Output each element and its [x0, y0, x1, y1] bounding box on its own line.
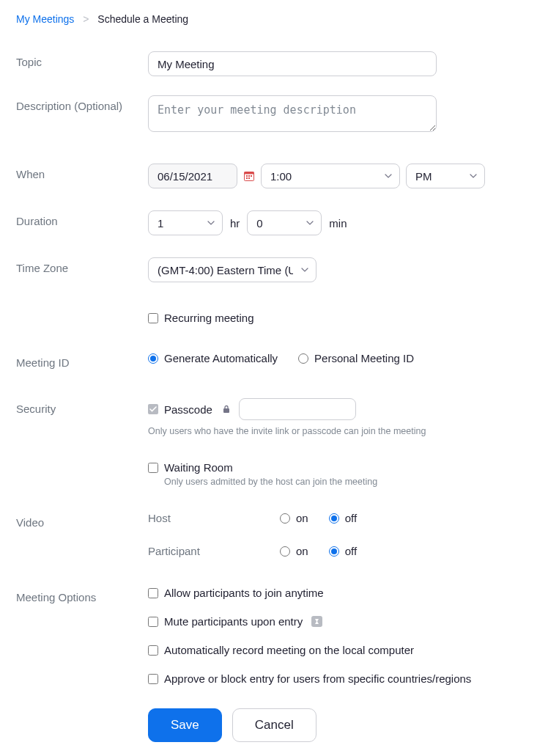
- duration-hr-select[interactable]: 1: [148, 210, 223, 235]
- description-textarea[interactable]: [148, 95, 437, 132]
- svg-rect-3: [248, 175, 250, 177]
- radio-host-on[interactable]: on: [280, 512, 308, 524]
- opt-mute-entry-checkbox[interactable]: [148, 617, 158, 627]
- waiting-room-checkbox[interactable]: [148, 463, 158, 473]
- ampm-select[interactable]: PM: [406, 164, 485, 188]
- svg-rect-1: [245, 172, 254, 175]
- opt-allow-join-label: Allow participants to join anytime: [164, 587, 324, 599]
- radio-personal-id[interactable]: Personal Meeting ID: [298, 352, 414, 364]
- time-select[interactable]: 1:00: [261, 164, 400, 188]
- passcode-hint: Only users who have the invite link or p…: [148, 426, 543, 436]
- hr-unit: hr: [230, 217, 240, 230]
- radio-participant-on[interactable]: on: [280, 545, 308, 557]
- timezone-select-value: (GMT-4:00) Eastern Time (US a: [158, 264, 293, 276]
- opt-country-block-label: Approve or block entry for users from sp…: [164, 672, 471, 685]
- radio-icon: [298, 353, 308, 364]
- radio-icon: [329, 546, 339, 557]
- passcode-input[interactable]: [239, 398, 356, 420]
- waiting-room-label: Waiting Room: [164, 461, 233, 474]
- passcode-checkbox-wrap: Passcode: [148, 403, 230, 416]
- opt-allow-join-wrap[interactable]: Allow participants to join anytime: [148, 587, 543, 599]
- recurring-checkbox-wrap[interactable]: Recurring meeting: [148, 312, 543, 324]
- opt-country-block-wrap[interactable]: Approve or block entry for users from sp…: [148, 672, 543, 685]
- breadcrumb: My Meetings > Schedule a Meeting: [16, 13, 543, 25]
- label-description: Description (Optional): [16, 95, 148, 112]
- waiting-room-checkbox-wrap[interactable]: Waiting Room: [148, 461, 543, 474]
- radio-icon: [329, 513, 339, 524]
- svg-rect-7: [223, 408, 229, 413]
- cancel-button[interactable]: Cancel: [232, 708, 316, 742]
- label-meeting-options: Meeting Options: [16, 587, 148, 603]
- opt-auto-record-checkbox[interactable]: [148, 645, 158, 656]
- breadcrumb-parent-link[interactable]: My Meetings: [16, 13, 74, 25]
- opt-mute-entry-label: Mute participants upon entry: [164, 615, 303, 628]
- lock-icon: [223, 405, 230, 414]
- opt-auto-record-wrap[interactable]: Automatically record meeting on the loca…: [148, 644, 543, 656]
- chevron-down-icon: [470, 174, 477, 178]
- recurring-checkbox[interactable]: [148, 313, 158, 323]
- radio-personal-id-label: Personal Meeting ID: [314, 352, 414, 364]
- chevron-down-icon: [207, 221, 215, 225]
- label-video: Video: [16, 512, 148, 529]
- save-button[interactable]: Save: [148, 708, 222, 742]
- label-topic: Topic: [16, 51, 148, 68]
- radio-host-off-label: off: [345, 512, 357, 524]
- chevron-down-icon: [306, 221, 314, 225]
- radio-icon: [280, 546, 290, 557]
- chevron-down-icon: [385, 174, 392, 178]
- passcode-checkbox-disabled: [148, 404, 158, 414]
- calendar-icon[interactable]: [243, 170, 255, 182]
- topic-input[interactable]: [148, 51, 437, 76]
- label-when: When: [16, 164, 148, 180]
- passcode-label: Passcode: [164, 403, 212, 416]
- label-timezone: Time Zone: [16, 257, 148, 274]
- radio-generate-auto[interactable]: Generate Automatically: [148, 352, 278, 364]
- date-input[interactable]: [148, 164, 237, 188]
- svg-rect-2: [246, 175, 248, 177]
- label-duration: Duration: [16, 210, 148, 227]
- timezone-select[interactable]: (GMT-4:00) Eastern Time (US a: [148, 257, 316, 282]
- radio-participant-off-label: off: [345, 545, 357, 557]
- radio-host-on-label: on: [296, 512, 308, 524]
- svg-rect-5: [246, 177, 248, 179]
- recurring-label: Recurring meeting: [164, 312, 254, 324]
- label-video-participant: Participant: [148, 545, 280, 557]
- duration-min-select[interactable]: 0: [247, 210, 322, 235]
- label-video-host: Host: [148, 512, 280, 524]
- waiting-room-hint: Only users admitted by the host can join…: [164, 477, 543, 487]
- ampm-select-value: PM: [415, 170, 432, 183]
- radio-icon: [280, 513, 290, 524]
- radio-participant-off[interactable]: off: [329, 545, 357, 557]
- opt-country-block-checkbox[interactable]: [148, 674, 158, 684]
- chevron-down-icon: [301, 268, 308, 272]
- breadcrumb-current: Schedule a Meeting: [97, 13, 188, 25]
- breadcrumb-separator: >: [83, 13, 89, 25]
- min-unit: min: [329, 217, 347, 230]
- radio-participant-on-label: on: [296, 545, 308, 557]
- opt-allow-join-checkbox[interactable]: [148, 588, 158, 598]
- svg-rect-4: [251, 175, 252, 177]
- opt-mute-entry-wrap[interactable]: Mute participants upon entry: [148, 615, 543, 628]
- label-security: Security: [16, 398, 148, 415]
- svg-rect-6: [248, 177, 250, 179]
- label-meeting-id: Meeting ID: [16, 352, 148, 369]
- opt-auto-record-label: Automatically record meeting on the loca…: [164, 644, 414, 656]
- time-select-value: 1:00: [270, 170, 292, 183]
- duration-hr-value: 1: [158, 217, 163, 230]
- radio-host-off[interactable]: off: [329, 512, 357, 524]
- radio-icon: [148, 353, 158, 364]
- duration-min-value: 0: [256, 217, 262, 230]
- info-icon[interactable]: [311, 616, 322, 627]
- radio-generate-auto-label: Generate Automatically: [164, 352, 278, 364]
